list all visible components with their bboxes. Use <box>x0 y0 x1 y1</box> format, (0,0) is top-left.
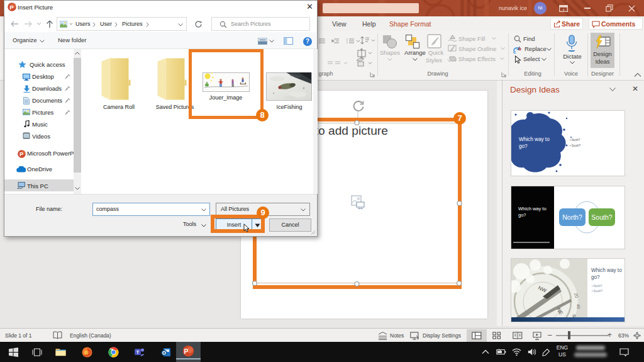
svg-text:40: 40 <box>576 303 581 308</box>
svg-text:Which way to: Which way to <box>591 268 622 273</box>
svg-text:go?: go? <box>519 144 528 149</box>
svg-text:• South?: • South? <box>570 144 581 147</box>
svg-text:• North?: • North? <box>570 139 580 142</box>
svg-text:South?: South? <box>591 213 612 221</box>
svg-text:• South?: • South? <box>592 290 603 293</box>
svg-text:North?: North? <box>562 213 582 221</box>
svg-text:go?: go? <box>518 212 526 218</box>
svg-text:b: b <box>518 46 521 52</box>
svg-text:Which way to: Which way to <box>518 206 547 212</box>
svg-text:Which way to: Which way to <box>519 137 550 142</box>
svg-text:go?: go? <box>591 274 600 280</box>
svg-text:P: P <box>9 4 14 11</box>
svg-text:P: P <box>184 348 189 355</box>
svg-text:c: c <box>513 49 516 54</box>
svg-text:T: T <box>136 349 140 355</box>
svg-text:• North?: • North? <box>592 285 602 288</box>
svg-text:P: P <box>19 151 23 157</box>
